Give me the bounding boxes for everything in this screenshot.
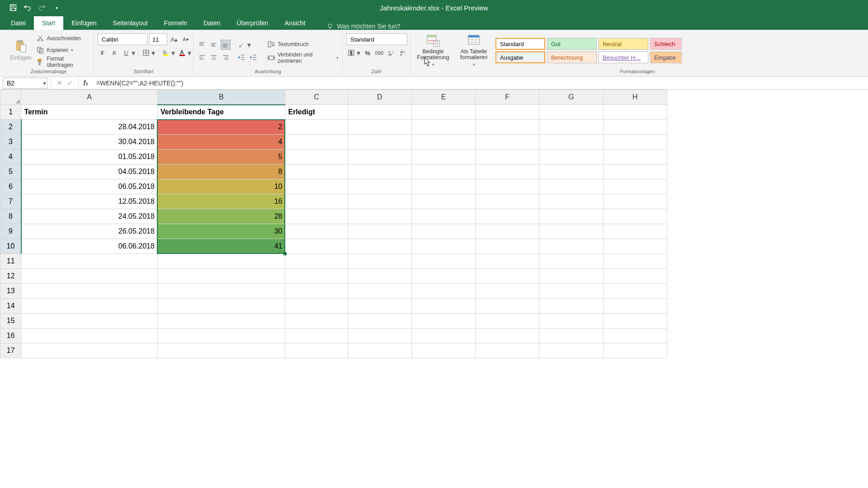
cell-E5[interactable] [411, 164, 475, 179]
percent-format-icon[interactable]: % [363, 48, 373, 58]
cell-C5[interactable] [285, 164, 348, 179]
cell-F9[interactable] [476, 224, 539, 239]
cell-D8[interactable] [348, 209, 411, 224]
tab-seitenlayout[interactable]: Seitenlayout [105, 16, 156, 30]
cell-G5[interactable] [539, 164, 603, 179]
cell-F1[interactable] [476, 105, 539, 120]
font-color-dropdown-icon[interactable]: ▾ [187, 49, 192, 57]
cell-B5[interactable]: 8 [157, 164, 285, 179]
cell-A8[interactable]: 24.05.2018 [21, 209, 158, 224]
cell-B2[interactable]: 2 [157, 120, 285, 135]
cell-F12[interactable] [476, 269, 539, 284]
cell-E8[interactable] [411, 209, 475, 224]
format-as-table-button[interactable]: Als Tabelle formatieren ▾ [455, 32, 493, 69]
column-header-D[interactable]: D [348, 90, 411, 105]
row-header[interactable]: 3 [0, 135, 21, 150]
cell-H14[interactable] [603, 299, 667, 314]
cell-D5[interactable] [348, 164, 411, 179]
name-box[interactable]: B2 ▾ [3, 78, 48, 89]
cell-D11[interactable] [348, 254, 411, 269]
fill-color-dropdown-icon[interactable]: ▾ [171, 49, 175, 57]
cell-D10[interactable] [348, 239, 411, 254]
cell-E3[interactable] [411, 135, 475, 150]
cell-G4[interactable] [539, 150, 603, 164]
cell-D15[interactable] [348, 314, 411, 328]
cell-F13[interactable] [476, 284, 539, 299]
cell-E15[interactable] [411, 314, 475, 328]
cell-B1[interactable]: Verbleibende Tage [157, 105, 285, 120]
cell-H4[interactable] [603, 150, 667, 164]
cell-D7[interactable] [348, 194, 411, 209]
cell-B14[interactable] [157, 299, 285, 314]
cell-H2[interactable] [603, 120, 667, 135]
cell-B8[interactable]: 28 [157, 209, 285, 224]
number-format-select[interactable]: Standard [346, 33, 407, 45]
font-name-select[interactable]: Calibri [98, 33, 147, 45]
row-header[interactable]: 14 [0, 299, 21, 314]
cell-E12[interactable] [411, 269, 475, 284]
wrap-text-button[interactable]: Textumbruch [268, 39, 339, 50]
cell-G16[interactable] [539, 328, 603, 343]
paste-button[interactable]: Einfügen [7, 38, 34, 63]
merge-dropdown-icon[interactable]: ▾ [336, 56, 339, 60]
font-color-button[interactable]: A [177, 48, 187, 58]
cell-D13[interactable] [348, 284, 411, 299]
row-header[interactable]: 10 [0, 239, 21, 254]
cell-C15[interactable] [285, 314, 348, 328]
cell-A16[interactable] [21, 328, 158, 343]
cell-D9[interactable] [348, 224, 411, 239]
cell-C8[interactable] [285, 209, 348, 224]
cell-D2[interactable] [348, 120, 411, 135]
cell-B11[interactable] [157, 254, 285, 269]
cell-H7[interactable] [603, 194, 667, 209]
cell-B16[interactable] [157, 328, 285, 343]
conditional-formatting-button[interactable]: Bedingte Formatierung ▾ [414, 32, 452, 69]
style-standard[interactable]: Standard [495, 38, 545, 50]
row-header[interactable]: 7 [0, 194, 21, 209]
cell-E6[interactable] [411, 179, 475, 194]
column-header-A[interactable]: A [21, 90, 158, 105]
cell-D16[interactable] [348, 328, 411, 343]
cell-C14[interactable] [285, 299, 348, 314]
column-header-B[interactable]: B [157, 90, 285, 105]
row-header[interactable]: 17 [0, 343, 21, 358]
cell-B10[interactable]: 41 [157, 239, 285, 254]
cell-A13[interactable] [21, 284, 158, 299]
cell-F8[interactable] [476, 209, 539, 224]
cell-A3[interactable]: 30.04.2018 [21, 135, 158, 150]
style-ausgabe[interactable]: Ausgabe [495, 52, 545, 63]
cell-B15[interactable] [157, 314, 285, 328]
cancel-formula-icon[interactable]: ✕ [57, 79, 62, 87]
format-painter-button[interactable]: Format übertragen [37, 56, 90, 67]
cell-A6[interactable]: 06.05.2018 [21, 179, 158, 194]
undo-icon[interactable] [24, 4, 32, 12]
row-header[interactable]: 1 [0, 105, 21, 120]
cell-G17[interactable] [539, 343, 603, 358]
cell-A11[interactable] [21, 254, 158, 269]
tab-formeln[interactable]: Formeln [156, 16, 195, 30]
cut-button[interactable]: Ausschneiden [37, 33, 90, 44]
save-icon[interactable] [9, 4, 17, 12]
cell-F16[interactable] [476, 328, 539, 343]
cell-E11[interactable] [411, 254, 475, 269]
row-header[interactable]: 15 [0, 314, 21, 328]
row-header[interactable]: 4 [0, 150, 21, 164]
underline-dropdown-icon[interactable]: ▾ [131, 49, 136, 57]
copy-button[interactable]: Kopieren ▾ [37, 45, 90, 56]
tab-einfuegen[interactable]: Einfügen [63, 16, 104, 30]
worksheet-grid[interactable]: ABCDEFGH 1TerminVerbleibende TageErledig… [0, 89, 868, 488]
cell-F5[interactable] [476, 164, 539, 179]
column-header-C[interactable]: C [285, 90, 348, 105]
cell-B7[interactable]: 16 [157, 194, 285, 209]
cell-C17[interactable] [285, 343, 348, 358]
increase-decimal-icon[interactable]: .0.00 [386, 48, 396, 58]
cell-H11[interactable] [603, 254, 667, 269]
decrease-font-icon[interactable]: A▾ [181, 34, 191, 44]
cell-A2[interactable]: 28.04.2018 [21, 120, 158, 135]
cell-B6[interactable]: 10 [157, 179, 285, 194]
row-header[interactable]: 6 [0, 179, 21, 194]
cell-H15[interactable] [603, 314, 667, 328]
row-header[interactable]: 2 [0, 120, 21, 135]
qat-customize-icon[interactable]: ▾ [52, 4, 61, 12]
style-besuchter-hyperlink[interactable]: Besuchter H… [599, 52, 648, 63]
